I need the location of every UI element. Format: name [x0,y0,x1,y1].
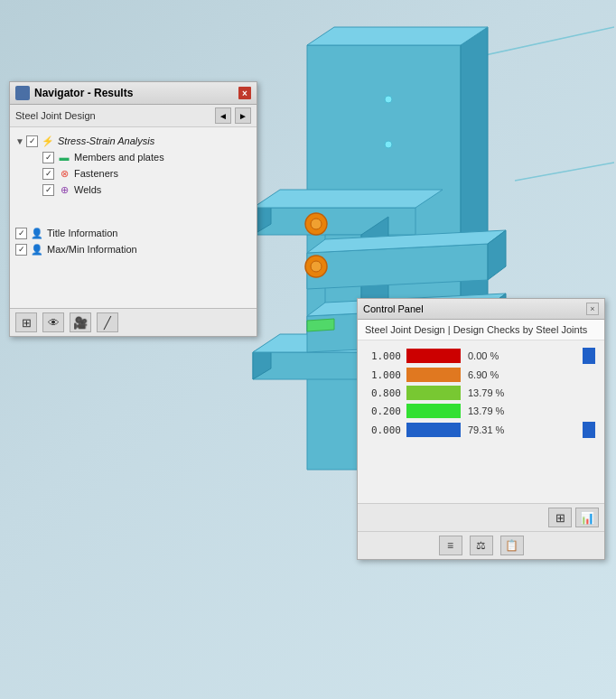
cp-spacer [367,442,595,496]
legend-value-2: 1.000 [367,369,401,381]
title-info-icon: 👤 [30,227,44,239]
navigator-tree: ▼ ✓ ⚡ Stress-Strain Analysis ✓ ▬ Members… [10,127,257,308]
cp-legend-area: 1.000 0.00 % 1.000 6.90 % 0.800 13.79 % … [358,340,604,503]
legend-indicator-5 [583,422,595,438]
svg-point-26 [385,141,392,148]
legend-bar-3 [406,386,461,400]
svg-marker-5 [307,27,488,45]
tree-item-welds[interactable]: ✓ ⊕ Welds [14,182,253,198]
cp-titlebar: Control Panel × [358,299,604,320]
svg-point-23 [311,261,322,272]
legend-bar-2 [406,368,461,382]
legend-value-1: 1.000 [367,350,401,362]
navigator-titlebar: Navigator - Results × [10,82,257,105]
maxmin-info-label: Max/Min Information [47,244,137,255]
tree-item-fasteners[interactable]: ✓ ⊗ Fasteners [14,165,253,182]
nav-title-icon [15,86,30,100]
navigator-close-button[interactable]: × [238,87,251,99]
svg-point-25 [385,96,392,103]
legend-row-3: 0.800 13.79 % [367,386,595,400]
checkbox-welds[interactable]: ✓ [42,184,54,196]
svg-marker-8 [253,190,443,208]
chevron-down-icon: ▼ [15,136,26,146]
members-label: Members and plates [74,152,164,163]
cp-tool-export-button[interactable]: 📋 [500,536,524,555]
navigator-footer: ⊞ 👁 🎥 ╱ [10,308,257,336]
stress-strain-label: Stress-Strain Analysis [58,135,154,146]
svg-point-21 [311,219,322,229]
legend-value-5: 0.000 [367,424,401,436]
svg-line-1 [515,163,614,181]
legend-bar-4 [406,404,461,418]
legend-row-1: 1.000 0.00 % [367,348,595,364]
tree-item-title-info[interactable]: ✓ 👤 Title Information [14,225,253,241]
fasteners-label: Fasteners [74,168,118,179]
navigator-toolbar: Steel Joint Design ◄ ► [10,105,257,127]
footer-view-button[interactable]: 👁 [42,312,64,332]
stress-icon: ⚡ [41,135,55,147]
legend-percent-3: 13.79 % [468,387,504,398]
legend-value-3: 0.800 [367,387,401,399]
legend-percent-2: 6.90 % [468,369,499,380]
cp-footer-grid-button[interactable]: ⊞ [548,508,572,527]
legend-bar-5 [406,423,461,437]
legend-bar-1 [406,349,461,363]
footer-grid-button[interactable]: ⊞ [15,312,37,332]
tree-item-maxmin-info[interactable]: ✓ 👤 Max/Min Information [14,241,253,257]
toolbar-prev-button[interactable]: ◄ [215,107,231,124]
cp-subtitle: Steel Joint Design | Design Checks by St… [358,320,604,340]
fasteners-icon: ⊗ [57,167,71,180]
tree-item-stress-strain[interactable]: ▼ ✓ ⚡ Stress-Strain Analysis [14,133,253,149]
cp-footer-chart-button[interactable]: 📊 [575,508,599,527]
cp-tool-list-button[interactable]: ≡ [439,536,462,555]
legend-percent-4: 13.79 % [468,405,504,416]
footer-camera-button[interactable]: 🎥 [70,312,91,332]
legend-row-2: 1.000 6.90 % [367,368,595,382]
checkbox-maxmin-info[interactable]: ✓ [15,244,27,256]
members-icon: ▬ [57,151,71,163]
checkbox-members[interactable]: ✓ [42,152,54,163]
toolbar-next-button[interactable]: ► [235,107,251,124]
title-info-label: Title Information [47,228,117,238]
cp-close-button[interactable]: × [586,303,599,315]
cp-tool-balance-button[interactable]: ⚖ [470,536,493,555]
legend-indicator-1 [583,348,595,364]
svg-marker-6 [253,208,415,235]
nav-title-left: Navigator - Results [15,86,133,100]
toolbar-dropdown-label: Steel Joint Design [15,110,211,121]
footer-line-button[interactable]: ╱ [97,312,118,332]
legend-percent-5: 79.31 % [468,424,504,435]
svg-marker-24 [307,319,334,331]
checkbox-title-info[interactable]: ✓ [15,228,27,239]
tree-item-members[interactable]: ✓ ▬ Members and plates [14,149,253,165]
legend-percent-1: 0.00 % [468,350,499,361]
maxmin-info-icon: 👤 [30,243,44,256]
cp-title: Control Panel [363,303,424,314]
tree-separator [14,198,253,225]
welds-label: Welds [74,184,101,195]
navigator-panel: Navigator - Results × Steel Joint Design… [9,81,257,337]
control-panel: Control Panel × Steel Joint Design | Des… [357,298,605,560]
welds-icon: ⊕ [57,183,71,196]
cp-footer: ⊞ 📊 [358,503,604,531]
checkbox-fasteners[interactable]: ✓ [42,168,54,180]
legend-row-5: 0.000 79.31 % [367,422,595,438]
navigator-title: Navigator - Results [34,87,133,99]
cp-bottom-toolbar: ≡ ⚖ 📋 [358,531,604,559]
checkbox-stress-strain[interactable]: ✓ [26,135,38,147]
legend-row-4: 0.200 13.79 % [367,404,595,418]
legend-value-4: 0.200 [367,405,401,417]
